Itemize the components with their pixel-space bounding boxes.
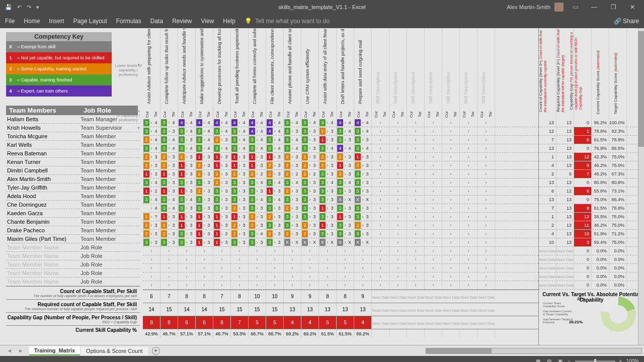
summary-pct-cell[interactable] — [407, 329, 425, 338]
summary-cell[interactable]: 10 — [266, 290, 284, 303]
score-cell[interactable]: 2 › 3 — [284, 153, 301, 161]
score-cell-empty[interactable]: › — [407, 136, 425, 144]
score-cell[interactable]: X › X — [284, 238, 301, 246]
score-cell[interactable]: 3 › 4 — [354, 144, 372, 152]
right-cell[interactable]: 96.2% — [592, 119, 609, 127]
score-cell-empty[interactable]: › — [425, 178, 442, 187]
right-cell[interactable]: 86.4% — [609, 196, 627, 204]
score-cell-empty[interactable]: › — [425, 238, 442, 246]
score-cell-empty[interactable]: › — [301, 264, 319, 272]
score-cell[interactable]: 3 › 3 — [196, 178, 213, 187]
score-cell[interactable]: 3 › 3 — [354, 230, 372, 238]
summary-pct-cell[interactable]: 61.5% — [319, 329, 337, 338]
right-cell[interactable]: 6 — [539, 187, 556, 195]
member-row[interactable]: Drake Pacheco Team Member — [6, 226, 140, 235]
right-cell[interactable]: 0 — [574, 281, 592, 289]
score-cell-empty[interactable]: › — [372, 213, 389, 221]
score-cell-empty[interactable]: › — [389, 127, 407, 135]
need-data-cell[interactable]: Need Data — [477, 294, 495, 300]
right-cell[interactable]: 7 — [539, 136, 556, 144]
tab-home[interactable]: Home — [24, 18, 40, 25]
score-cell-empty[interactable]: › — [389, 196, 407, 204]
score-cell-empty[interactable]: › — [460, 273, 477, 281]
score-cell-empty[interactable]: › — [301, 273, 319, 281]
tab-view[interactable]: View — [201, 18, 214, 25]
score-cell-empty[interactable]: › — [477, 144, 495, 152]
need-data-cell[interactable]: Need Data — [389, 307, 407, 313]
right-cell[interactable]: 75.0% — [609, 153, 627, 161]
score-cell-empty[interactable]: › — [266, 255, 284, 263]
score-cell-empty[interactable]: › — [477, 230, 495, 238]
score-cell-empty[interactable]: › — [442, 230, 460, 238]
summary-cell[interactable]: 8 — [160, 316, 178, 329]
need-data-cell[interactable]: Need Data — [442, 294, 460, 300]
score-cell-empty[interactable]: › — [460, 230, 477, 238]
view-pagebreak-icon[interactable]: ▣ — [557, 358, 564, 363]
score-cell-empty[interactable]: › — [372, 170, 389, 178]
score-cell[interactable]: 2 › 3 — [213, 178, 231, 187]
score-cell[interactable]: 2 › 3 — [301, 230, 319, 238]
score-cell-empty[interactable]: › — [460, 127, 477, 135]
score-cell-empty[interactable]: › — [160, 247, 178, 255]
score-cell[interactable]: 3 › 3 — [178, 136, 196, 144]
score-cell[interactable]: 1 › 3 — [213, 161, 231, 169]
score-cell[interactable]: 3 › 3 — [337, 221, 354, 229]
summary-cell[interactable]: 9 — [354, 290, 372, 303]
member-row[interactable]: Krish Howells Team Supervisor — [6, 124, 140, 132]
score-cell[interactable]: 2 › 3 — [160, 153, 178, 161]
summary-cell[interactable]: 14 — [196, 303, 213, 316]
score-cell[interactable]: 3 › 4 — [160, 204, 178, 212]
score-cell-empty[interactable]: › — [249, 255, 266, 263]
right-cell[interactable]: 13 — [556, 119, 574, 127]
score-cell-empty[interactable]: › — [389, 221, 407, 229]
score-cell-empty[interactable]: › — [389, 136, 407, 144]
score-cell[interactable]: 3 › 4 — [319, 144, 337, 152]
summary-cell[interactable]: 9 — [284, 290, 301, 303]
score-cell[interactable]: 3 › 4 — [196, 136, 213, 144]
score-cell-empty[interactable]: › — [460, 264, 477, 272]
score-cell[interactable]: 3 › 3 — [284, 221, 301, 229]
score-cell-empty[interactable]: › — [337, 247, 354, 255]
score-cell[interactable]: 3 › 4 — [284, 178, 301, 187]
right-cell[interactable]: 46.2% — [592, 221, 609, 229]
score-cell[interactable]: 3 › 4 — [266, 178, 284, 187]
score-cell[interactable]: 3 › 3 — [301, 178, 319, 187]
right-cell[interactable]: 46.2% — [592, 170, 609, 178]
score-cell-empty[interactable]: › — [389, 255, 407, 263]
score-cell[interactable]: 2 › 3 — [266, 170, 284, 178]
score-cell-empty[interactable]: › — [407, 119, 425, 127]
score-cell[interactable]: 3 › 3 — [301, 204, 319, 212]
member-row[interactable]: Kaeden Garza Team Member — [6, 209, 140, 218]
score-cell-empty[interactable]: › — [425, 230, 442, 238]
score-cell-empty[interactable]: › — [284, 273, 301, 281]
right-cell[interactable]: 67.3% — [609, 170, 627, 178]
summary-cell[interactable]: 10 — [249, 290, 266, 303]
matrix-grid[interactable]: Assist Advisor with preparing for client… — [143, 28, 538, 345]
member-row[interactable]: Kenan Turner Team Member — [6, 158, 140, 166]
score-cell[interactable]: 3 › 3 — [337, 136, 354, 144]
score-cell[interactable]: 3 › 4 — [249, 230, 266, 238]
score-cell-empty[interactable]: › — [231, 281, 249, 289]
score-cell[interactable]: 3 › 3 — [337, 187, 354, 195]
score-cell-empty[interactable]: › — [372, 255, 389, 263]
score-cell[interactable]: 3 › 4 — [319, 119, 337, 127]
score-cell-empty[interactable]: › — [178, 247, 196, 255]
right-cell[interactable]: 0 — [574, 196, 592, 204]
view-layout-icon[interactable]: ▤ — [546, 358, 553, 363]
score-cell[interactable]: 3 › 3 — [178, 230, 196, 238]
score-cell[interactable]: 3 › 3 — [354, 187, 372, 195]
score-cell-empty[interactable]: › — [407, 213, 425, 221]
summary-cell[interactable]: 4 — [354, 316, 372, 329]
share-button[interactable]: 🔗 Share — [614, 18, 639, 25]
score-cell-empty[interactable]: › — [477, 273, 495, 281]
need-data-cell[interactable]: Need Data — [425, 320, 442, 326]
score-cell-empty[interactable]: › — [372, 127, 389, 135]
right-cell[interactable]: 1 — [539, 153, 556, 161]
summary-cell[interactable]: 13 — [354, 303, 372, 316]
score-cell-empty[interactable]: › — [354, 281, 372, 289]
skill-header[interactable]: Skill Description CurTar — [372, 28, 389, 119]
score-cell[interactable]: 2 › 3 — [301, 153, 319, 161]
score-cell[interactable]: 1 › 3 — [319, 204, 337, 212]
right-cell[interactable]: 13 — [556, 238, 574, 246]
member-row[interactable]: Karl Wells Team Member — [6, 141, 140, 149]
